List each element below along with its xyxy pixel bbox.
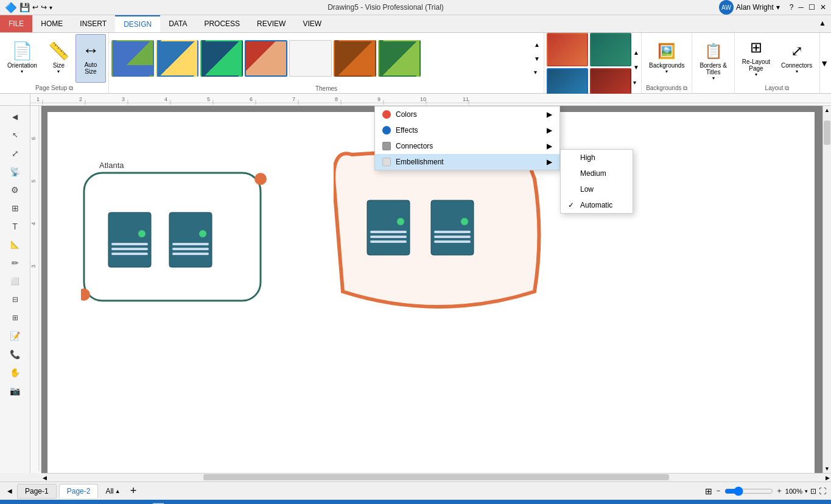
text-tool[interactable]: T: [4, 218, 26, 235]
tab-design[interactable]: DESIGN: [115, 15, 160, 32]
all-pages-btn[interactable]: All ▲: [100, 485, 125, 498]
high-option[interactable]: High: [561, 150, 633, 166]
fit-width-icon[interactable]: ⊡: [810, 487, 816, 495]
tab-review[interactable]: REVIEW: [248, 15, 294, 32]
gear-icon[interactable]: ⚙: [4, 181, 26, 198]
tab-home[interactable]: HOME: [32, 15, 71, 32]
detroit-server-1[interactable]: [364, 197, 413, 260]
themes-scroll-down[interactable]: ▼: [533, 54, 541, 63]
phone-icon[interactable]: 📞: [4, 346, 26, 363]
tab-file[interactable]: FILE: [0, 15, 32, 32]
theme-5[interactable]: [289, 40, 332, 77]
user-dropdown[interactable]: ▾: [776, 3, 780, 12]
backgrounds-button[interactable]: 🖼️ Backgrounds ▾: [644, 34, 689, 83]
embellishment-menu-item[interactable]: Embellishment ▶: [375, 154, 559, 170]
atlanta-shape[interactable]: Atlanta: [81, 161, 270, 313]
orientation-button[interactable]: 📄 Orientation ▾: [2, 34, 42, 83]
quick-access-undo[interactable]: ↩: [32, 3, 38, 12]
atlanta-server-2[interactable]: [166, 209, 215, 272]
antenna-icon[interactable]: 📡: [4, 163, 26, 180]
tab-insert[interactable]: INSERT: [71, 15, 115, 32]
note-icon[interactable]: 📝: [4, 327, 26, 345]
scroll-left-btn[interactable]: ◀: [41, 474, 48, 481]
themes-more[interactable]: ▾: [533, 68, 541, 77]
zoom-slider[interactable]: [724, 487, 773, 495]
colors-scroll-up[interactable]: ▲: [633, 49, 639, 56]
ruler-icon[interactable]: 📐: [4, 236, 26, 253]
svg-rect-39: [172, 253, 209, 255]
effects-menu-item[interactable]: Effects ▶: [375, 122, 559, 138]
connectors-menu-item[interactable]: Connectors ▶: [375, 138, 559, 154]
page-tab-1[interactable]: Page-1: [17, 484, 57, 499]
minimize-btn[interactable]: ─: [798, 3, 804, 12]
theme-6[interactable]: [334, 40, 376, 77]
scroll-down-btn[interactable]: ▼: [823, 464, 831, 473]
size-button[interactable]: 📏 Size ▾: [43, 34, 74, 83]
scroll-up-btn[interactable]: ▲: [823, 106, 831, 114]
theme-2[interactable]: [156, 40, 198, 77]
size-icon: 📏: [48, 43, 69, 60]
ribbon-collapse[interactable]: ▲: [814, 15, 831, 32]
fit-page-icon[interactable]: ⊞: [705, 486, 712, 496]
scroll-thumb[interactable]: [824, 121, 830, 145]
title-bar: 🔷 💾 ↩ ↪ ▾ Drawing5 - Visio Professional …: [0, 0, 831, 15]
page-tab-2[interactable]: Page-2: [59, 484, 99, 498]
atlanta-server-1[interactable]: [105, 209, 154, 272]
color-swatch-2[interactable]: [590, 33, 631, 66]
pencil-tool[interactable]: ✏: [4, 254, 26, 271]
connector-tool[interactable]: ⤢: [4, 145, 26, 162]
collapse-panel-btn[interactable]: ◀: [4, 108, 26, 125]
theme-7[interactable]: [378, 40, 421, 77]
borders-titles-button[interactable]: 📋 Borders &Titles ▾: [695, 38, 731, 86]
canvas-area[interactable]: Atlanta: [41, 106, 831, 473]
zoom-dropdown[interactable]: ▾: [805, 488, 808, 494]
zoom-out-btn[interactable]: －: [715, 486, 722, 496]
zoom-in-btn[interactable]: ＋: [776, 486, 783, 496]
shapes-icon-2[interactable]: ⊟: [4, 291, 26, 308]
color-swatch-1[interactable]: [547, 33, 588, 66]
camera-icon[interactable]: 📷: [4, 382, 26, 399]
connectors-layout-button[interactable]: ⤢ Connectors ▾: [776, 34, 817, 83]
tab-view[interactable]: VIEW: [294, 15, 330, 32]
themes-scroll-up[interactable]: ▲: [533, 40, 541, 49]
theme-dropdown-menu: Colors ▶ Effects ▶ Connectors ▶: [374, 106, 560, 170]
shapes-icon-3[interactable]: ⊞: [4, 309, 26, 326]
hand-tool[interactable]: ✋: [4, 364, 26, 381]
detroit-server-2[interactable]: [428, 197, 477, 260]
re-layout-button[interactable]: ⊞ Re-LayoutPage ▾: [737, 34, 775, 83]
svg-point-50: [461, 218, 468, 225]
grid-icon[interactable]: ⊞: [4, 200, 26, 217]
low-option[interactable]: Low: [561, 181, 633, 197]
keyboard-icon[interactable]: ⌨: [152, 502, 164, 504]
medium-option[interactable]: Medium: [561, 166, 633, 181]
quick-access-redo[interactable]: ↪: [41, 3, 47, 12]
help-btn[interactable]: ?: [790, 3, 794, 12]
svg-rect-38: [172, 248, 209, 250]
left-panel: ◀ ↖ ⤢ 📡 ⚙ ⊞ T 📐 ✏ ⬜ ⊟ ⊞ 📝 📞 ✋ 📷: [0, 106, 30, 473]
page-tab-nav-left[interactable]: ◀: [5, 486, 15, 495]
colors-menu-item[interactable]: Colors ▶: [375, 107, 559, 122]
colors-scroll-down[interactable]: ▼: [633, 64, 639, 71]
full-screen-icon[interactable]: ⛶: [819, 487, 826, 495]
close-btn[interactable]: ✕: [820, 3, 826, 12]
svg-text:9: 9: [377, 96, 380, 102]
pointer-tool[interactable]: ↖: [4, 127, 26, 144]
maximize-btn[interactable]: ☐: [808, 3, 815, 12]
ribbon-expand-icon[interactable]: ▼: [820, 58, 829, 68]
detroit-shape[interactable]: Detroit: [334, 149, 544, 322]
colors-more[interactable]: ▾: [633, 79, 639, 86]
theme-4[interactable]: [245, 40, 287, 77]
scroll-vertical[interactable]: ▲ ▼: [822, 106, 831, 473]
theme-3[interactable]: [200, 40, 243, 77]
scroll-h-thumb[interactable]: [203, 474, 669, 480]
automatic-option[interactable]: ✓ Automatic: [561, 197, 633, 213]
quick-access-save[interactable]: 💾: [19, 2, 30, 12]
tab-process[interactable]: PROCESS: [195, 15, 248, 32]
scroll-right-btn[interactable]: ▶: [824, 474, 831, 481]
tab-data[interactable]: DATA: [160, 15, 195, 32]
theme-1[interactable]: [111, 40, 154, 77]
add-page-btn[interactable]: +: [128, 485, 139, 497]
auto-size-button[interactable]: ↔ AutoSize: [75, 34, 106, 83]
scroll-horizontal[interactable]: ◀ ▶: [41, 473, 831, 481]
shapes-icon-1[interactable]: ⬜: [4, 273, 26, 290]
